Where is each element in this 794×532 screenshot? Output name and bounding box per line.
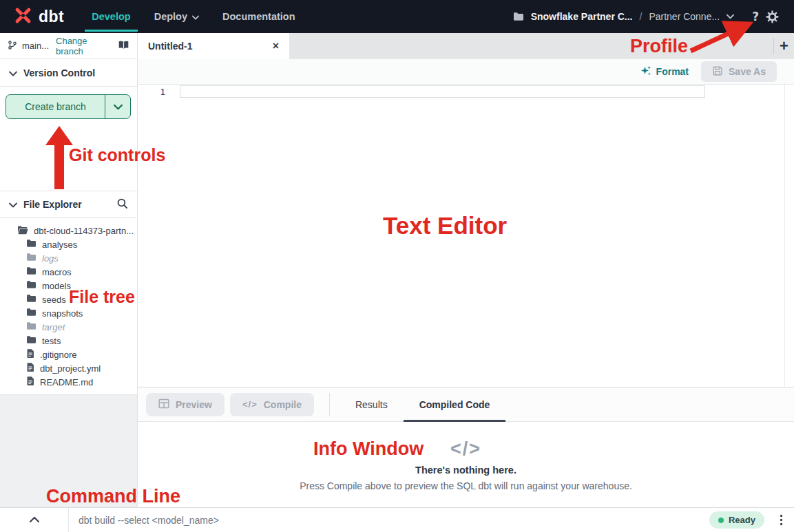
chevron-down-icon bbox=[9, 67, 17, 78]
folder-open-icon bbox=[17, 225, 28, 237]
tab-untitled-1[interactable]: Untitled-1 × bbox=[138, 33, 289, 59]
navbar-right-cluster: Snowflake Partner C... / Partner Conne..… bbox=[513, 10, 779, 23]
folder-icon bbox=[26, 253, 36, 264]
folder-icon bbox=[26, 239, 36, 250]
nav-deploy[interactable]: Deploy bbox=[154, 11, 199, 22]
tab-results[interactable]: Results bbox=[339, 387, 404, 422]
editor-active-line[interactable] bbox=[180, 85, 705, 98]
git-controls-area: Create branch bbox=[0, 87, 137, 119]
tree-item-logs[interactable]: logs bbox=[0, 251, 137, 265]
status-badge: Ready bbox=[709, 511, 764, 529]
dbt-logo[interactable]: dbt bbox=[14, 6, 64, 28]
file-icon bbox=[26, 376, 34, 388]
tree-item-tests[interactable]: tests bbox=[0, 334, 137, 348]
dbt-cloud-ide-screen: dbt Develop Deploy Documentation Snowfla… bbox=[0, 0, 794, 532]
docs-book-icon[interactable] bbox=[118, 40, 129, 52]
tree-item-macros[interactable]: macros bbox=[0, 265, 137, 279]
command-bar-expand-button[interactable] bbox=[0, 508, 69, 532]
main-nav: Develop Deploy Documentation bbox=[92, 11, 295, 22]
line-number: 1 bbox=[138, 87, 165, 97]
sidebar-bottom-fill bbox=[0, 394, 137, 507]
folder-icon bbox=[26, 266, 36, 277]
table-icon bbox=[158, 398, 169, 411]
status-dot bbox=[718, 518, 724, 523]
change-branch-link[interactable]: Change branch bbox=[56, 36, 113, 56]
settings-gear-icon[interactable] bbox=[766, 10, 779, 23]
brand-name: dbt bbox=[39, 8, 64, 26]
empty-state-subtitle: Press Compile above to preview the SQL d… bbox=[300, 480, 632, 491]
folder-icon bbox=[26, 335, 36, 346]
tree-item-analyses[interactable]: analyses bbox=[0, 237, 137, 251]
project-selector-chevron-icon[interactable] bbox=[727, 14, 734, 19]
file-icon bbox=[26, 349, 34, 361]
folder-icon bbox=[26, 321, 36, 332]
left-sidebar: main... Change branch Version Control Cr… bbox=[0, 33, 138, 507]
save-floppy-icon bbox=[712, 65, 723, 78]
project-name[interactable]: Partner Conne... bbox=[649, 11, 720, 22]
file-explorer-header[interactable]: File Explorer bbox=[0, 191, 137, 218]
git-branch-icon bbox=[8, 40, 17, 52]
version-control-title: Version Control bbox=[23, 67, 95, 78]
toolbar-divider bbox=[329, 393, 330, 416]
create-branch-dropdown-button[interactable] bbox=[105, 95, 130, 118]
compile-button[interactable]: </> Compile bbox=[230, 393, 314, 416]
tree-item-target[interactable]: target bbox=[0, 320, 137, 334]
create-branch-split-button: Create branch bbox=[6, 94, 131, 119]
tree-item-seeds[interactable]: seeds bbox=[0, 292, 137, 306]
folder-icon bbox=[26, 294, 36, 305]
tree-item-models[interactable]: models bbox=[0, 279, 137, 292]
close-tab-icon[interactable]: × bbox=[273, 41, 279, 52]
empty-state-title: There's nothing here. bbox=[415, 465, 516, 476]
folder-icon bbox=[26, 280, 36, 291]
preview-button[interactable]: Preview bbox=[146, 393, 224, 416]
chevron-down-icon bbox=[192, 11, 199, 22]
code-editor[interactable]: 1 bbox=[138, 85, 794, 387]
editor-toolbar: Format Save As bbox=[138, 59, 794, 85]
tab-compiled-code[interactable]: Compiled Code bbox=[404, 387, 506, 422]
project-folder-icon bbox=[513, 12, 524, 21]
new-tab-button[interactable]: + bbox=[774, 33, 794, 59]
top-navbar: dbt Develop Deploy Documentation Snowfla… bbox=[0, 0, 794, 33]
file-tree: dbt-cloud-114373-partn... analyses logs … bbox=[0, 218, 137, 394]
save-as-button[interactable]: Save As bbox=[701, 61, 777, 82]
dbt-logo-icon bbox=[14, 6, 32, 28]
status-label: Ready bbox=[729, 515, 755, 525]
sidebar-spacer bbox=[0, 119, 137, 191]
tree-item-snapshots[interactable]: snapshots bbox=[0, 306, 137, 320]
tabbar-spacer bbox=[289, 33, 773, 59]
version-control-header[interactable]: Version Control bbox=[0, 59, 137, 87]
info-window-panel: Preview </> Compile Results Compiled Cod… bbox=[138, 387, 794, 507]
chevron-up-icon bbox=[29, 515, 40, 525]
format-button[interactable]: Format bbox=[640, 65, 689, 78]
kebab-menu-icon[interactable] bbox=[773, 511, 788, 530]
info-window-toolbar: Preview </> Compile Results Compiled Cod… bbox=[138, 387, 794, 422]
nav-develop[interactable]: Develop bbox=[92, 11, 130, 22]
editor-region: Untitled-1 × + Format bbox=[138, 33, 794, 507]
code-icon: </> bbox=[450, 438, 481, 460]
create-branch-button[interactable]: Create branch bbox=[6, 95, 105, 118]
tree-item-gitignore[interactable]: .gitignore bbox=[0, 348, 137, 361]
nav-documentation[interactable]: Documentation bbox=[222, 11, 295, 22]
breadcrumb-separator: / bbox=[640, 11, 642, 22]
file-icon bbox=[26, 363, 34, 374]
sparkle-icon bbox=[640, 65, 651, 78]
editor-tabbar: Untitled-1 × + bbox=[138, 33, 794, 59]
chevron-down-icon bbox=[9, 199, 17, 210]
code-icon: </> bbox=[242, 399, 258, 409]
tree-item-readme[interactable]: README.md bbox=[0, 375, 137, 389]
command-input[interactable] bbox=[69, 515, 709, 526]
file-explorer-title: File Explorer bbox=[23, 199, 82, 210]
help-icon[interactable]: ? bbox=[752, 10, 759, 23]
tree-item-project-root[interactable]: dbt-cloud-114373-partn... bbox=[0, 224, 137, 237]
info-window-empty-state: </> There's nothing here. Press Compile … bbox=[138, 422, 794, 507]
project-account-name[interactable]: Snowflake Partner C... bbox=[531, 11, 633, 22]
current-branch-label: main... bbox=[22, 41, 49, 51]
folder-icon bbox=[26, 308, 36, 319]
branch-bar: main... Change branch bbox=[0, 33, 137, 59]
search-icon[interactable] bbox=[116, 198, 128, 211]
tree-item-dbt-project-yml[interactable]: dbt_project.yml bbox=[0, 361, 137, 375]
command-bar: Ready bbox=[0, 507, 794, 532]
editor-scrollbar-gutter bbox=[784, 85, 785, 387]
tab-title: Untitled-1 bbox=[148, 41, 273, 52]
